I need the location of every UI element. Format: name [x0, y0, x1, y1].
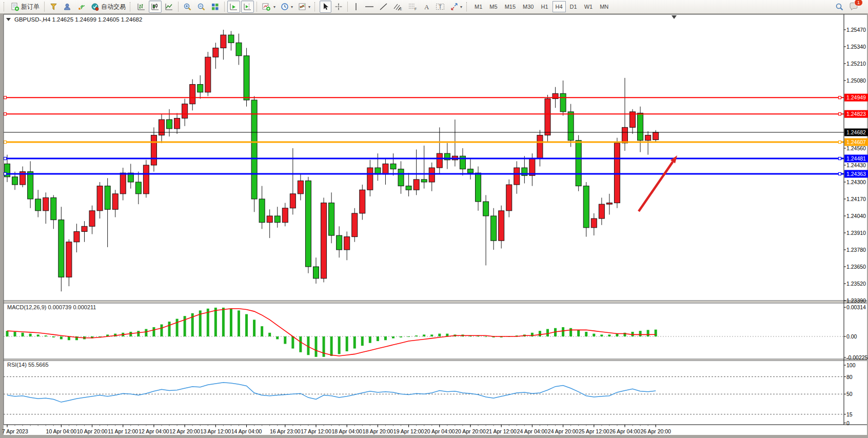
tab-timeframe-h4[interactable]: H4	[553, 1, 566, 12]
add-indicator-icon	[262, 3, 272, 11]
signals-button[interactable]	[75, 1, 88, 13]
pane-splitter[interactable]	[4, 301, 867, 303]
tab-timeframe-d1[interactable]: D1	[567, 1, 580, 12]
candle	[58, 220, 64, 277]
notifications-button[interactable]: 1	[847, 1, 861, 13]
candle	[198, 85, 203, 92]
candle	[174, 118, 180, 129]
line-handle[interactable]	[4, 172, 7, 175]
equidistant-channel-tool-button[interactable]: E	[391, 1, 405, 13]
candle	[622, 127, 628, 143]
bar-chart-button[interactable]	[135, 1, 148, 13]
macd-tick-label: 0.00314	[846, 304, 866, 310]
auto-scroll-button[interactable]	[227, 1, 240, 13]
macd-bar	[485, 336, 487, 337]
trendline-tool-button[interactable]	[377, 1, 390, 13]
macd-bar	[353, 336, 356, 349]
line-handle[interactable]	[839, 141, 841, 144]
funnel-icon	[49, 3, 58, 11]
text-label-icon: T	[436, 3, 445, 11]
candle	[406, 186, 411, 190]
time-tick-label: 12 Apr 04:00	[139, 428, 169, 434]
candle	[383, 164, 388, 174]
tab-timeframe-mn[interactable]: MN	[597, 1, 611, 12]
rsi-tick-label: 15	[846, 411, 853, 417]
macd-bar	[330, 336, 333, 356]
candle	[645, 135, 651, 141]
macd-bar	[569, 328, 572, 336]
line-handle[interactable]	[4, 96, 7, 99]
price-tick-label: 1.23390	[846, 297, 866, 304]
line-handle[interactable]	[839, 96, 841, 99]
zoom-in-button[interactable]	[181, 1, 194, 13]
zoom-out-button[interactable]	[195, 1, 208, 13]
candle	[599, 204, 604, 218]
candle	[576, 141, 581, 186]
macd-bar	[253, 320, 255, 336]
tab-timeframe-h1[interactable]: H1	[538, 1, 551, 12]
macd-tick-label: -0.002258	[846, 354, 868, 361]
candle	[468, 169, 474, 173]
line-handle[interactable]	[4, 113, 7, 115]
tab-timeframe-m30[interactable]: M30	[520, 1, 537, 12]
arrows-tool-button[interactable]: ▾	[448, 1, 464, 13]
macd-bar	[137, 331, 140, 336]
tab-timeframe-m1[interactable]: M1	[471, 1, 485, 12]
tab-timeframe-w1[interactable]: W1	[581, 1, 596, 12]
rsi-tick-label: 100	[846, 362, 856, 368]
line-handle[interactable]	[839, 113, 841, 115]
periods-button[interactable]: ▾	[279, 1, 295, 13]
tab-timeframe-m5[interactable]: M5	[486, 1, 500, 12]
candle	[135, 182, 141, 194]
tile-windows-icon	[211, 3, 220, 11]
crosshair-tool-button[interactable]	[332, 1, 345, 13]
candle	[97, 186, 103, 211]
macd-bar	[546, 329, 549, 336]
macd-bar	[29, 334, 32, 336]
line-chart-button[interactable]	[163, 1, 175, 13]
price-tick-label: 1.24300	[846, 179, 866, 185]
candle	[568, 112, 574, 141]
fibonacci-icon: F	[408, 3, 418, 11]
time-tick-label: 7 Apr 2023	[2, 428, 28, 434]
price-tick-label: 1.24040	[846, 213, 866, 219]
line-handle[interactable]	[839, 157, 841, 160]
cursor-tool-button[interactable]	[320, 1, 331, 13]
pane-splitter[interactable]	[4, 360, 867, 360]
line-handle[interactable]	[839, 172, 841, 175]
candlestick-chart-button[interactable]	[149, 1, 162, 13]
fibonacci-tool-button[interactable]: F	[406, 1, 420, 13]
tab-timeframe-m15[interactable]: M15	[502, 1, 519, 12]
add-indicator-button[interactable]: ▾	[260, 1, 278, 13]
text-label-tool-button[interactable]: T	[433, 1, 447, 13]
profile-button[interactable]	[61, 1, 74, 13]
chart-shift-button[interactable]	[241, 1, 254, 13]
text-tool-button[interactable]: A	[421, 1, 432, 13]
templates-button[interactable]: ▾	[296, 1, 312, 13]
search-button[interactable]	[833, 1, 846, 13]
macd-bar	[377, 336, 379, 341]
macd-bar	[161, 324, 163, 336]
candle	[112, 194, 118, 209]
new-order-button[interactable]: 新订单	[9, 1, 42, 13]
time-tick-label: 17 Apr 12:00	[301, 428, 331, 434]
time-tick-label: 12 Apr 20:00	[169, 428, 200, 434]
tile-windows-button[interactable]	[209, 1, 222, 13]
candle	[352, 213, 358, 237]
vertical-line-tool-button[interactable]	[350, 1, 362, 13]
chevron-down-icon: ▾	[460, 5, 462, 9]
macd-bar	[238, 310, 240, 336]
line-handle[interactable]	[4, 157, 7, 160]
styler-button[interactable]	[47, 1, 60, 13]
autotrade-button[interactable]: 自动交易	[89, 1, 128, 13]
horizontal-line-tool-button[interactable]	[363, 1, 376, 13]
time-tick-label: 20 Apr 20:00	[455, 428, 486, 434]
candle	[205, 57, 211, 92]
separator	[257, 2, 257, 12]
chart-symbol-title: GBPUSD-,H4 1.24625 1.24699 1.24605 1.246…	[14, 16, 142, 23]
line-handle[interactable]	[4, 141, 7, 144]
separator	[44, 2, 45, 12]
toolbar-grip	[314, 2, 317, 11]
time-tick-label: 24 Apr 20:00	[548, 428, 579, 434]
candle	[298, 181, 303, 193]
